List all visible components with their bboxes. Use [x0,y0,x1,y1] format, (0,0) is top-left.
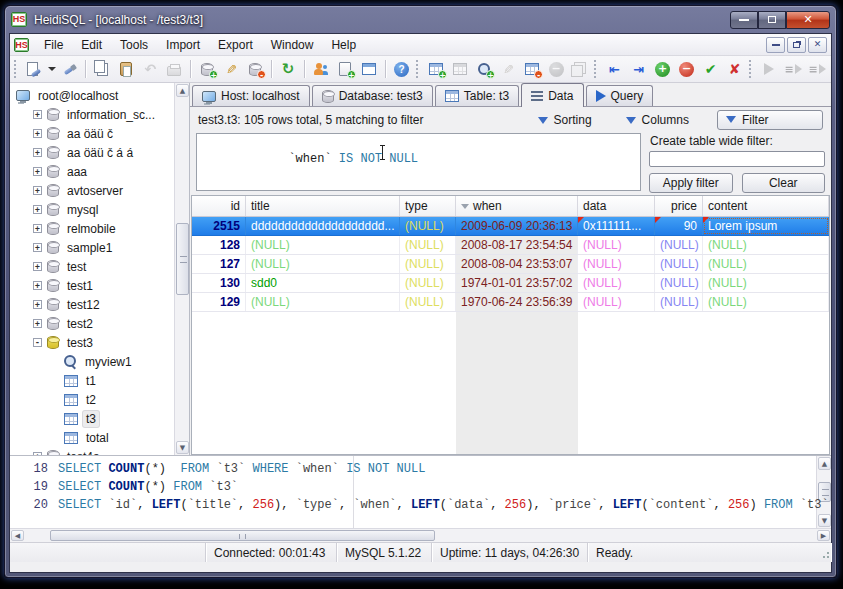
session-manager-button[interactable] [22,58,46,80]
toolbar-gripper-3[interactable] [749,60,753,78]
tree-item-aaa[interactable]: +aaa [12,162,189,181]
cell-data[interactable]: (NULL) [578,274,655,292]
tree-scrollbar[interactable]: ▲ ▼ [174,83,189,455]
tree-item-t1[interactable]: t1 [12,371,189,390]
cell-id[interactable]: 130 [192,274,246,292]
cell-id[interactable]: 128 [192,236,246,254]
mdi-close-button[interactable]: ✕ [808,37,827,53]
drop-database-button[interactable]: - [243,58,267,80]
cell-id[interactable]: 127 [192,255,246,273]
tab-host[interactable]: Host: localhost [192,85,310,106]
tree-item-test[interactable]: +test [12,257,189,276]
expand-icon[interactable]: + [33,129,42,138]
tab-data[interactable]: Data [521,83,583,107]
cell-price[interactable]: (NULL) [655,255,703,273]
cell-content[interactable]: (NULL) [703,255,829,273]
log-scroll-down-arrow[interactable]: ▼ [818,514,831,527]
expand-icon[interactable]: + [33,148,42,157]
tree-item-information-sc-[interactable]: +information_sc... [12,105,189,124]
column-header-price[interactable]: price [655,196,703,216]
tree-scrollbar-thumb[interactable] [176,223,189,295]
expand-icon[interactable]: + [33,281,42,290]
scroll-right-arrow[interactable]: ▶ [817,530,830,541]
expand-icon[interactable]: + [33,319,42,328]
cell-title[interactable]: sdd0 [246,274,400,292]
sql-log[interactable]: ▲ ▼ 18SELECT COUNT(*) FROM `t3` WHERE `w… [10,455,831,528]
tree-item-t2[interactable]: t2 [12,390,189,409]
delete-record-button[interactable]: − [675,58,699,80]
create-view-button[interactable]: + [472,58,496,80]
cell-type[interactable]: (NULL) [400,293,456,311]
create-table-button[interactable]: + [424,58,448,80]
tree-item-aa-[interactable]: +aa öäü č [12,124,189,143]
table-row[interactable]: 128(NULL)(NULL)2008-08-17 23:54:54(NULL)… [192,236,829,255]
blob-viewer-button[interactable] [357,58,381,80]
menu-item-edit[interactable]: Edit [72,35,111,55]
cell-price[interactable]: 90 [655,217,703,235]
tree-item-t3[interactable]: t3 [12,409,189,428]
cell-title[interactable]: (NULL) [246,293,400,311]
tree-item-test12[interactable]: +test12 [12,295,189,314]
tree-item-aa-[interactable]: +aa öäü č á á [12,143,189,162]
tree-item-test3[interactable]: -test3 [12,333,189,352]
collapse-icon[interactable]: - [33,338,42,347]
cell-title[interactable]: (NULL) [246,255,400,273]
filter-toggle[interactable]: Filter [717,110,823,130]
menu-item-window[interactable]: Window [262,35,323,55]
cell-content[interactable]: (NULL) [703,274,829,292]
export-database-button[interactable]: + [333,58,357,80]
column-header-id[interactable]: id [192,196,246,216]
cell-title[interactable]: dddddddddddddddddddd... [246,217,400,235]
cell-price[interactable]: (NULL) [655,274,703,292]
cell-when[interactable]: 1974-01-01 23:57:02 [456,274,578,292]
toolbar-gripper-1[interactable] [416,60,420,78]
expand-icon[interactable]: + [33,243,42,252]
scroll-down-arrow[interactable]: ▼ [176,441,189,454]
session-dropdown-button[interactable] [46,58,57,80]
expand-icon[interactable]: + [33,110,42,119]
tab-query[interactable]: Query [586,85,654,106]
log-horizontal-scrollbar[interactable]: ◀ ▶ [10,528,831,542]
column-header-when[interactable]: when [456,196,578,216]
help-button[interactable]: ? [390,58,414,80]
menu-item-import[interactable]: Import [157,35,209,55]
apply-filter-button[interactable]: Apply filter [649,173,733,193]
table-row[interactable]: 129(NULL)(NULL)1970-06-24 23:56:39(NULL)… [192,293,829,312]
cell-when[interactable]: 2009-06-09 20:36:13 [456,217,578,235]
horizontal-scrollbar-thumb[interactable] [50,530,435,541]
filter-sql-editor[interactable]: `when` IS NOT NULL [196,133,641,191]
tree-item-relmobile[interactable]: +relmobile [12,219,189,238]
tree-item-root-localhost[interactable]: root@localhost [12,86,189,105]
table-row[interactable]: 2515dddddddddddddddddddd...(NULL)2009-06… [192,217,829,236]
cell-content[interactable]: Lorem ipsum [703,217,829,235]
menu-item-export[interactable]: Export [209,35,262,55]
cell-type[interactable]: (NULL) [400,274,456,292]
scroll-up-arrow[interactable]: ▲ [176,84,189,97]
table-row[interactable]: 130sdd0(NULL)1974-01-01 23:57:02(NULL)(N… [192,274,829,293]
mdi-restore-button[interactable] [787,37,806,53]
expand-icon[interactable]: + [33,167,42,176]
cell-data[interactable]: (NULL) [578,255,655,273]
cell-when[interactable]: 2008-08-04 23:53:07 [456,255,578,273]
cell-content[interactable]: (NULL) [703,236,829,254]
create-database-button[interactable]: + [195,58,219,80]
menu-item-file[interactable]: File [35,35,72,55]
cell-data[interactable]: (NULL) [578,236,655,254]
close-button[interactable]: ✕ [786,11,830,29]
cell-data[interactable]: 0x111111... [578,217,655,235]
cell-type[interactable]: (NULL) [400,255,456,273]
table-row[interactable]: 127(NULL)(NULL)2008-08-04 23:53:07(NULL)… [192,255,829,274]
cell-price[interactable]: (NULL) [655,293,703,311]
edit-database-button[interactable]: ✎ [219,58,243,80]
expand-icon[interactable]: + [33,262,42,271]
cell-type[interactable]: (NULL) [400,217,456,235]
refresh-button[interactable]: ↻ [276,58,300,80]
mdi-minimize-button[interactable] [766,37,785,53]
mdi-child-icon[interactable]: HS [14,38,29,52]
column-header-content[interactable]: content [703,196,829,216]
scroll-left-arrow[interactable]: ◀ [11,530,24,541]
toolbar-gripper-0[interactable] [14,60,18,78]
menu-item-tools[interactable]: Tools [111,35,157,55]
tree-item-test2[interactable]: +test2 [12,314,189,333]
user-manager-button[interactable] [309,58,333,80]
